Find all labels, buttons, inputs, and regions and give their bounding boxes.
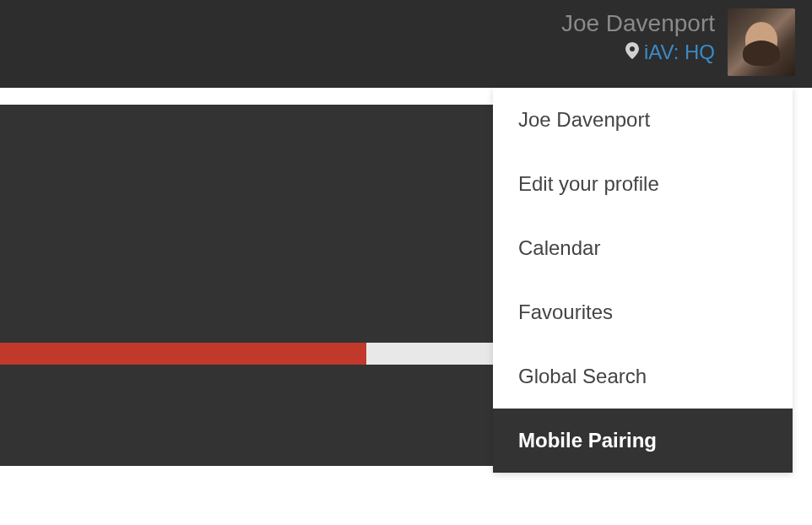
avatar[interactable] — [728, 8, 795, 76]
dropdown-item-edit-profile[interactable]: Edit your profile — [493, 152, 793, 216]
app-header: Joe Davenport iAV: HQ — [0, 0, 812, 88]
user-info-stack: Joe Davenport iAV: HQ — [561, 8, 715, 64]
dropdown-item-mobile-pairing[interactable]: Mobile Pairing — [493, 409, 793, 473]
dropdown-item-favourites[interactable]: Favourites — [493, 280, 793, 344]
dropdown-item-global-search[interactable]: Global Search — [493, 344, 793, 409]
dropdown-item-calendar[interactable]: Calendar — [493, 216, 793, 280]
location-link[interactable]: iAV: HQ — [644, 41, 715, 64]
user-block: Joe Davenport iAV: HQ — [561, 8, 795, 76]
location-row[interactable]: iAV: HQ — [625, 41, 715, 64]
username-label: Joe Davenport — [561, 10, 715, 37]
user-dropdown-menu: Joe Davenport Edit your profile Calendar… — [493, 88, 793, 473]
dropdown-item-profile-name[interactable]: Joe Davenport — [493, 88, 793, 152]
progress-fill — [0, 343, 366, 365]
map-pin-icon — [625, 42, 639, 63]
